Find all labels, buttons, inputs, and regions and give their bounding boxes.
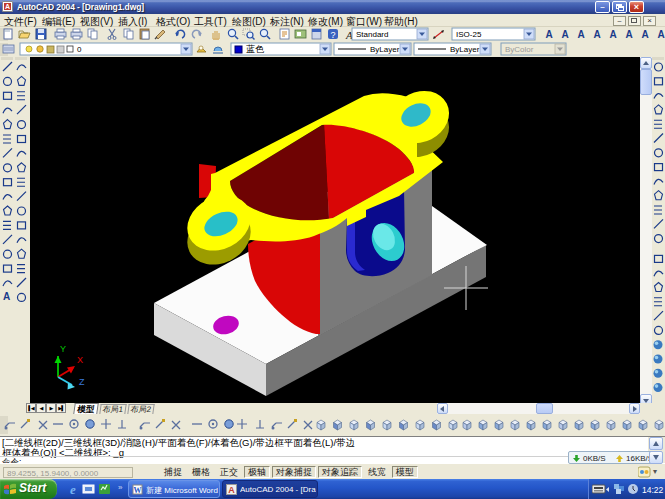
svg-text:ISO-25: ISO-25 <box>456 30 482 39</box>
svg-text:W: W <box>134 486 142 495</box>
svg-text:?: ? <box>330 30 335 40</box>
svg-text:A: A <box>561 29 568 40</box>
svg-text:0: 0 <box>77 45 82 54</box>
svg-text:A: A <box>609 29 616 40</box>
svg-text:A: A <box>625 29 632 40</box>
svg-text:A: A <box>577 29 584 40</box>
svg-text:Y: Y <box>60 344 66 354</box>
svg-text:ByLayer: ByLayer <box>370 45 400 54</box>
svg-text:ByLayer: ByLayer <box>450 45 480 54</box>
svg-text:Standard: Standard <box>356 30 388 39</box>
svg-text:A: A <box>545 29 552 40</box>
svg-text:Z: Z <box>79 377 85 387</box>
svg-text:A: A <box>3 291 10 302</box>
svg-text:A: A <box>657 29 664 40</box>
svg-text:A: A <box>641 29 648 40</box>
svg-text:A: A <box>228 485 235 495</box>
svg-text:e: e <box>70 482 76 496</box>
svg-text:X: X <box>77 355 83 365</box>
svg-text:蓝色: 蓝色 <box>246 44 265 54</box>
svg-text:ByColor: ByColor <box>505 45 534 54</box>
svg-text:A: A <box>593 29 600 40</box>
